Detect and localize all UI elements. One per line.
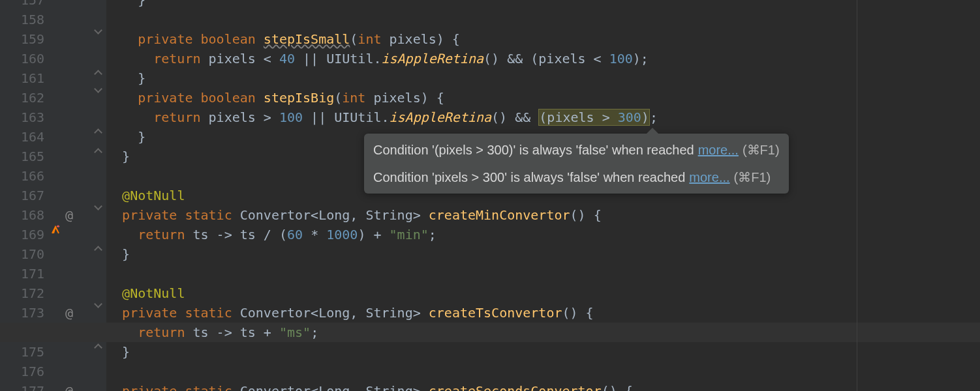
tooltip-line: Condition 'pixels > 300' is always 'fals… — [364, 164, 789, 191]
code-line: } — [106, 68, 145, 88]
line-number: 176 — [0, 362, 44, 381]
line-number: 171 — [0, 264, 44, 283]
code-line: @NotNull — [106, 186, 185, 205]
line-number: 162 — [0, 88, 44, 108]
code-line: } — [106, 127, 145, 147]
tooltip-shortcut: (⌘F1) — [743, 140, 780, 160]
line-number: 168 — [0, 205, 44, 225]
inspection-tooltip: Condition '(pixels > 300)' is always 'fa… — [364, 134, 789, 194]
tooltip-shortcut: (⌘F1) — [734, 167, 771, 187]
fold-toggle-icon[interactable] — [90, 127, 106, 136]
line-number: 173 — [0, 303, 44, 323]
lambda-icon[interactable] — [48, 225, 63, 235]
line-number: 164 — [0, 127, 44, 147]
line-number: 157 — [0, 0, 44, 10]
line-number: 165 — [0, 147, 44, 166]
code-line: private boolean stepIsSmall(int pixels) … — [106, 29, 460, 49]
line-number: 161 — [0, 68, 44, 88]
override-icon[interactable]: @ — [61, 205, 77, 225]
line-number: 159 — [0, 29, 44, 49]
code-line: } — [106, 244, 130, 264]
code-line: @NotNull — [106, 283, 185, 303]
line-number: 167 — [0, 186, 44, 205]
code-line: private static Convertor<Long, String> c… — [106, 381, 633, 391]
tooltip-line: Condition '(pixels > 300)' is always 'fa… — [364, 136, 789, 164]
line-number: 158 — [0, 10, 44, 29]
line-number: 169 — [0, 225, 44, 244]
tooltip-pointer-icon — [646, 128, 659, 134]
right-margin-line — [857, 0, 857, 391]
code-line: private static Convertor<Long, String> c… — [106, 205, 602, 225]
code-line: return ts -> ts / (60 * 1000) + "min"; — [106, 225, 436, 244]
tooltip-text: Condition 'pixels > 300' is always 'fals… — [373, 167, 685, 187]
code-line: private boolean stepIsBig(int pixels) { — [106, 88, 444, 108]
code-line: } — [106, 342, 130, 362]
fold-toggle-icon[interactable] — [90, 303, 106, 307]
code-area[interactable]: } private boolean stepIsSmall(int pixels… — [106, 0, 980, 391]
line-number: 172 — [0, 283, 44, 303]
code-line: return pixels < 40 || UIUtil.isAppleReti… — [106, 49, 649, 68]
fold-toggle-icon[interactable] — [90, 29, 106, 33]
fold-toggle-icon[interactable] — [90, 88, 106, 92]
warning-highlight: (pixels > 300) — [538, 109, 650, 126]
line-number: 166 — [0, 166, 44, 186]
tooltip-more-link[interactable]: more... — [689, 167, 729, 187]
fold-toggle-icon[interactable] — [90, 147, 106, 155]
code-line: return pixels > 100 || UIUtil.isAppleRet… — [106, 108, 658, 127]
line-number: 160 — [0, 49, 44, 68]
line-number: 177 — [0, 381, 44, 391]
fold-toggle-icon[interactable] — [90, 342, 106, 351]
override-icon[interactable]: @ — [61, 381, 77, 391]
fold-toggle-icon[interactable] — [90, 68, 106, 77]
override-icon[interactable]: @ — [61, 303, 77, 323]
line-number: 163 — [0, 108, 44, 127]
line-number: 170 — [0, 244, 44, 264]
code-line: private static Convertor<Long, String> c… — [106, 303, 594, 323]
code-line: return ts -> ts + "ms"; — [106, 323, 318, 342]
editor[interactable]: 157 158 159 160 161 162 163 164 165 166 … — [0, 0, 980, 391]
tooltip-more-link[interactable]: more... — [698, 140, 739, 160]
fold-toggle-icon[interactable] — [90, 244, 106, 253]
code-line: } — [106, 147, 130, 166]
line-number: 175 — [0, 342, 44, 362]
code-line: } — [106, 0, 145, 10]
fold-toggle-icon[interactable] — [90, 205, 106, 209]
tooltip-text: Condition '(pixels > 300)' is always 'fa… — [373, 140, 694, 160]
